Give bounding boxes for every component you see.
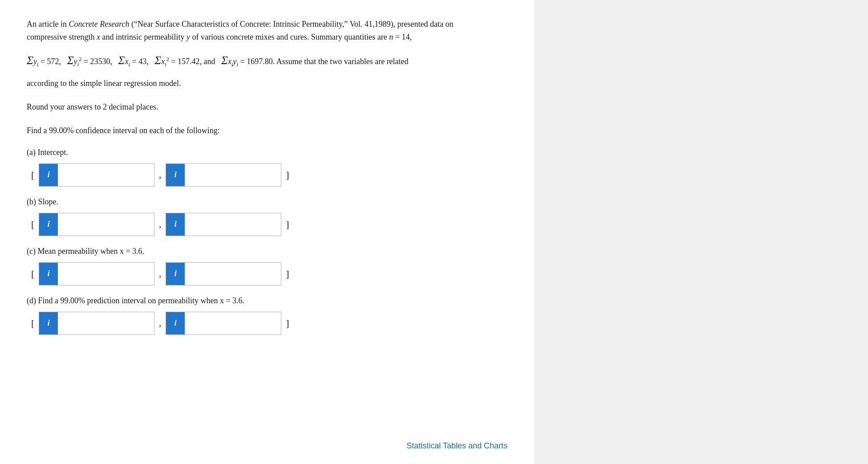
part-d-upper-input[interactable]	[185, 312, 283, 334]
intro-paragraph: An article in Concrete Research (“Near S…	[27, 18, 507, 44]
part-a-lower-wrapper: i	[39, 163, 154, 187]
bracket-close-d: ]	[286, 317, 289, 329]
part-a-label: (a) Intercept.	[27, 148, 507, 157]
statistical-tables-link[interactable]: Statistical Tables and Charts	[406, 441, 507, 451]
part-b-upper-info-button[interactable]: i	[166, 213, 185, 236]
part-c-lower-wrapper: i	[39, 262, 154, 285]
y-variable: y	[187, 33, 190, 41]
model-line: according to the simple linear regressio…	[27, 77, 507, 90]
part-c-upper-wrapper: i	[166, 262, 281, 285]
main-content: An article in Concrete Research (“Near S…	[0, 0, 534, 464]
x-variable: x	[97, 33, 100, 41]
part-b-upper-input[interactable]	[185, 213, 283, 236]
part-c-interval: [ i , i ]	[31, 262, 507, 285]
bracket-open-b: [	[31, 219, 34, 230]
bracket-open-c: [	[31, 268, 34, 280]
comma-c: ,	[159, 269, 161, 279]
part-c-upper-input[interactable]	[185, 263, 283, 285]
bracket-open-a1: [	[31, 169, 34, 181]
comma-a: ,	[159, 170, 161, 180]
find-instruction: Find a 99.00% confidence interval on eac…	[27, 124, 507, 137]
part-d-lower-wrapper: i	[39, 312, 154, 335]
part-a-upper-info-button[interactable]: i	[166, 164, 185, 186]
part-a-upper-wrapper: i	[166, 163, 281, 187]
part-c-label: (c) Mean permeability when x = 3.6.	[27, 247, 507, 256]
part-b-lower-wrapper: i	[39, 213, 154, 236]
part-a-lower-input[interactable]	[58, 164, 156, 186]
part-c-upper-info-button[interactable]: i	[166, 263, 185, 285]
round-instruction: Round your answers to 2 decimal places.	[27, 101, 507, 114]
part-b-interval: [ i , i ]	[31, 213, 507, 236]
part-b-lower-info-button[interactable]: i	[39, 213, 58, 236]
part-d-lower-info-button[interactable]: i	[39, 312, 58, 334]
part-b-label: (b) Slope.	[27, 197, 507, 207]
part-a-upper-input[interactable]	[185, 164, 283, 186]
bracket-close-c: ]	[286, 268, 289, 280]
comma-d: ,	[159, 318, 161, 328]
part-a-interval: [ i , i ]	[31, 163, 507, 187]
part-d-label: (d) Find a 99.00% prediction interval on…	[27, 296, 507, 305]
part-c-lower-input[interactable]	[58, 263, 156, 285]
bracket-close-b: ]	[286, 219, 289, 230]
part-d-upper-info-button[interactable]: i	[166, 312, 185, 334]
part-c-lower-info-button[interactable]: i	[39, 263, 58, 285]
part-d-upper-wrapper: i	[166, 312, 281, 335]
part-d-interval: [ i , i ]	[31, 312, 507, 335]
bracket-close-a: ]	[286, 169, 289, 181]
problem-description: An article in Concrete Research (“Near S…	[27, 18, 507, 90]
part-b-lower-input[interactable]	[58, 213, 156, 236]
part-b-upper-wrapper: i	[166, 213, 281, 236]
journal-name: Concrete Research	[69, 20, 129, 28]
bracket-open-d: [	[31, 317, 34, 329]
summation-line: Σyi = 572, Σyi2 = 23530, Σxi = 43, Σxi2 …	[27, 50, 507, 71]
part-d-lower-input[interactable]	[58, 312, 156, 334]
part-a-lower-info-button[interactable]: i	[39, 164, 58, 186]
comma-b: ,	[159, 219, 161, 229]
